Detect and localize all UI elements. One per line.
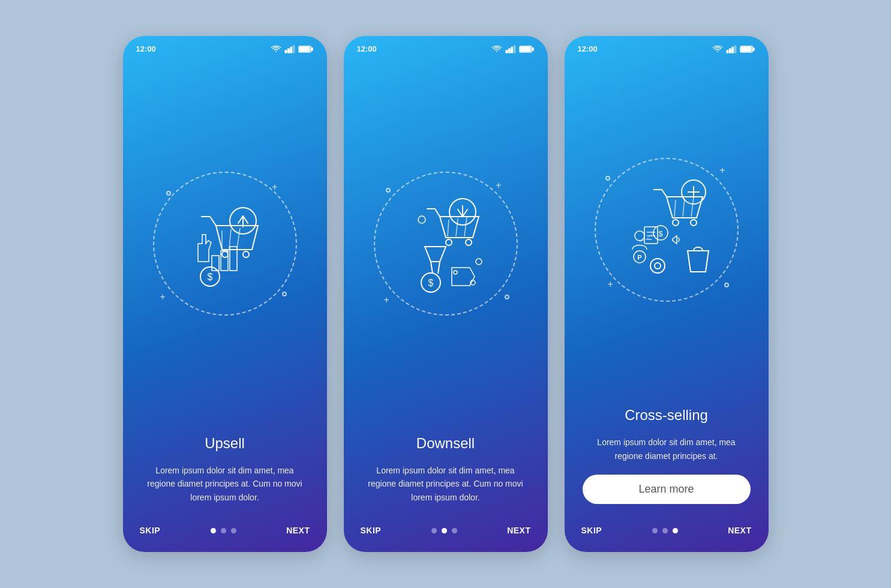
svg-rect-27 <box>520 47 530 51</box>
svg-point-55 <box>691 220 697 226</box>
dot-3-3 <box>673 528 678 533</box>
learn-more-button[interactable]: Learn more <box>583 475 751 504</box>
phone-upsell: 12:00 <box>123 36 327 552</box>
phone-3-footer: SKIP NEXT <box>565 516 769 552</box>
small-circle-2 <box>282 292 287 296</box>
svg-line-57 <box>683 199 685 217</box>
dots-1 <box>211 528 236 533</box>
illustration-upsell: $ + + <box>123 57 327 424</box>
small-circle-4 <box>505 295 509 299</box>
phone-2-title: Downsell <box>362 435 530 452</box>
svg-point-10 <box>243 251 249 257</box>
illustration-downsell: $ + + <box>344 57 548 424</box>
phone-2-text: Lorem ipsum dolor sit dim amet, mea regi… <box>362 464 530 504</box>
signal-icon-3 <box>726 45 737 53</box>
status-bar-1: 12:00 <box>123 36 327 57</box>
phones-container: 12:00 <box>123 36 769 552</box>
svg-rect-3 <box>293 45 295 52</box>
svg-point-30 <box>446 239 452 245</box>
wifi-icon-2 <box>491 45 502 53</box>
svg-rect-50 <box>752 47 754 50</box>
plus-4: + <box>384 295 389 305</box>
dashed-circle-3: $ P + + <box>595 158 739 302</box>
dot-3-2 <box>662 528 668 533</box>
phone-3-content: Cross-selling Lorem ipsum dolor sit dim … <box>565 396 769 516</box>
dashed-circle-1: $ + + <box>153 172 297 316</box>
time-3: 12:00 <box>578 44 598 53</box>
battery-icon-3 <box>740 45 755 53</box>
dot-3-1 <box>652 528 658 533</box>
svg-line-37 <box>431 262 433 274</box>
wifi-icon-3 <box>712 45 723 53</box>
svg-rect-46 <box>729 49 731 53</box>
next-button-3[interactable]: NEXT <box>728 526 751 535</box>
phone-1-text: Lorem ipsum dolor sit dim amet, mea regi… <box>141 464 309 504</box>
wifi-icon-1 <box>271 45 281 53</box>
svg-line-58 <box>691 197 694 217</box>
illustration-cross-selling: $ P + + <box>565 57 769 396</box>
phone-1-title: Upsell <box>141 435 309 452</box>
svg-rect-1 <box>287 49 289 53</box>
phone-3-title: Cross-selling <box>583 407 751 424</box>
dots-3 <box>652 528 678 533</box>
signal-icon-2 <box>505 45 516 53</box>
svg-rect-22 <box>508 49 510 53</box>
downsell-svg: $ <box>386 184 506 304</box>
time-1: 12:00 <box>136 44 156 53</box>
svg-line-33 <box>456 218 458 236</box>
skip-button-2[interactable]: SKIP <box>361 526 382 535</box>
svg-rect-51 <box>741 47 751 51</box>
svg-point-64 <box>635 231 644 241</box>
skip-button-3[interactable]: SKIP <box>581 526 602 535</box>
phone-1-content: Upsell Lorem ipsum dolor sit dim amet, m… <box>123 424 327 516</box>
plus-2: + <box>160 292 166 302</box>
upsell-svg: $ <box>165 184 285 304</box>
svg-point-31 <box>466 239 472 245</box>
dot-1-1 <box>211 528 216 533</box>
svg-text:$: $ <box>428 278 433 288</box>
svg-point-62 <box>650 259 665 273</box>
svg-point-63 <box>655 263 661 269</box>
phone-downsell: 12:00 <box>344 36 548 552</box>
svg-line-38 <box>438 262 440 274</box>
svg-rect-21 <box>506 50 508 52</box>
phone-1-footer: SKIP NEXT <box>123 516 327 552</box>
dashed-circle-2: $ + + <box>374 172 518 316</box>
svg-line-28 <box>435 209 440 217</box>
small-circle-6 <box>724 283 729 287</box>
next-button-2[interactable]: NEXT <box>507 526 530 535</box>
svg-line-32 <box>448 220 449 236</box>
svg-rect-2 <box>290 47 292 53</box>
cross-selling-svg: $ P <box>604 167 730 293</box>
svg-point-42 <box>418 216 425 223</box>
svg-line-7 <box>210 217 216 226</box>
svg-text:$: $ <box>207 272 212 282</box>
phone-3-text: Lorem ipsum dolor sit dim amet, mea regi… <box>583 436 751 463</box>
svg-rect-45 <box>727 50 728 52</box>
svg-text:$: $ <box>658 229 663 238</box>
svg-line-52 <box>662 190 667 197</box>
phone-2-footer: SKIP NEXT <box>344 516 548 552</box>
battery-icon-2 <box>519 45 535 53</box>
svg-rect-24 <box>514 45 515 52</box>
svg-point-43 <box>476 259 482 265</box>
next-button-1[interactable]: NEXT <box>286 526 310 535</box>
dot-1-3 <box>231 528 236 533</box>
svg-line-13 <box>237 228 240 248</box>
plus-1: + <box>272 182 277 193</box>
time-2: 12:00 <box>357 44 377 53</box>
dot-2-2 <box>442 528 447 533</box>
svg-rect-0 <box>285 50 287 52</box>
dot-2-1 <box>431 528 437 533</box>
svg-rect-6 <box>299 47 310 51</box>
svg-rect-5 <box>311 47 313 50</box>
phone-cross-selling: 12:00 <box>565 36 769 552</box>
svg-line-56 <box>674 200 676 217</box>
skip-button-1[interactable]: SKIP <box>140 526 161 535</box>
plus-3: + <box>496 180 501 191</box>
small-circle-5 <box>605 176 610 181</box>
svg-rect-23 <box>511 47 512 53</box>
status-icons-2 <box>491 45 535 53</box>
dots-2 <box>431 528 457 533</box>
svg-point-41 <box>454 271 457 274</box>
